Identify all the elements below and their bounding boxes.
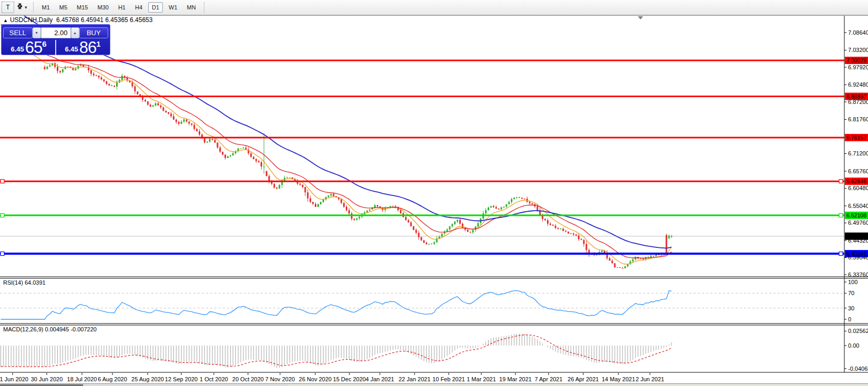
buy-price-sup: 1 [96, 39, 100, 48]
date-tick-label: 1 Oct 2020 [200, 376, 228, 382]
svg-text:-0.040687: -0.040687 [848, 366, 868, 372]
date-tick-label: 14 May 2021 [602, 376, 635, 382]
chart-title: ▲USDCNH,Daily 6.45768 6.45941 6.45365 6.… [3, 16, 152, 24]
one-click-trading-panel: SELL ▾ 2.00 ▴ BUY 6.45656 6.45861 [1, 24, 110, 55]
price-tick-label: 6.44320 [848, 237, 868, 244]
svg-text:6.76157: 6.76157 [846, 134, 866, 141]
sell-price-small: 6.45 [11, 45, 24, 53]
chart-title-text: USDCNH,Daily 6.45768 6.45941 6.45365 6.4… [10, 16, 153, 24]
line-handle[interactable] [839, 180, 843, 183]
price-tick-label: 7.08640 [848, 29, 868, 36]
volume-stepper: ▾ 2.00 ▴ [33, 27, 79, 38]
sell-price[interactable]: 6.45656 [2, 39, 55, 56]
line-handle[interactable] [839, 214, 843, 217]
sell-button[interactable]: SELL [3, 27, 33, 38]
date-tick-label: 2 Jun 2021 [636, 376, 664, 382]
line-handle[interactable] [1, 214, 4, 217]
toolbar-separator [204, 2, 205, 13]
timeframe-button-h1[interactable]: H1 [115, 2, 129, 13]
volume-increase-button[interactable]: ▴ [71, 27, 79, 38]
toolbar: T ▾ M1M5M15M30H1H4D1W1MN [0, 0, 868, 15]
volume-decrease-button[interactable]: ▾ [33, 27, 41, 38]
svg-text:6.62646: 6.62646 [846, 178, 866, 184]
svg-text:30: 30 [848, 305, 854, 311]
macd-label: MACD(12,26,9) 0.004945 -0.007220 [3, 326, 97, 332]
h-scrollbar-thumb[interactable] [0, 384, 83, 386]
collapse-chart-icon[interactable]: ▲ [3, 18, 8, 23]
svg-text:0.00: 0.00 [848, 342, 859, 349]
price-tick-label: 6.55040 [848, 203, 868, 209]
date-tick-label: 6 Aug 2020 [98, 376, 127, 382]
timeframe-button-h4[interactable]: H4 [131, 2, 146, 13]
buy-price-small: 6.45 [65, 45, 78, 53]
rsi-label: RSI(14) 64.0391 [3, 279, 46, 286]
price-tick-label: 6.65760 [848, 168, 868, 174]
svg-text:0: 0 [848, 316, 851, 322]
date-tick-label: 26 Nov 2020 [299, 376, 332, 382]
price-tick-label: 6.71200 [848, 150, 868, 157]
date-tick-label: 25 Aug 2020 [131, 376, 164, 382]
line-handle[interactable] [1, 252, 4, 256]
price-tick-label: 6.60480 [848, 185, 868, 191]
svg-text:0.025623: 0.025623 [848, 328, 868, 334]
price-tick-label: 6.49760 [848, 220, 868, 226]
sell-price-big: 65 [25, 40, 42, 55]
timeframe-button-m30[interactable]: M30 [94, 2, 112, 13]
timeframe-button-mn[interactable]: MN [183, 2, 200, 13]
timeframe-buttons: M1M5M15M30H1H4D1W1MN [37, 2, 201, 13]
line-handle[interactable] [839, 252, 843, 256]
date-tick-label: 4 Jan 2021 [366, 376, 394, 382]
svg-text:6.52108: 6.52108 [846, 212, 866, 218]
date-tick-label: 22 Jan 2021 [399, 376, 431, 382]
date-tick-label: 1 Mar 2021 [467, 376, 496, 382]
buy-button[interactable]: BUY [79, 27, 109, 38]
date-tick-label: 7 Apr 2021 [534, 376, 562, 382]
sell-price-sup: 6 [42, 39, 46, 48]
price-tick-label: 6.87200 [848, 99, 868, 105]
date-tick-label: 11 Jun 2020 [0, 376, 28, 382]
svg-text:70: 70 [848, 290, 854, 296]
timeframe-button-m1[interactable]: M1 [38, 2, 54, 13]
date-tick-label: 15 Dec 2020 [333, 376, 366, 382]
timeframe-button-m15[interactable]: M15 [73, 2, 91, 13]
svg-text:100: 100 [848, 279, 857, 285]
date-tick-label: 10 Feb 2021 [432, 376, 465, 382]
timeframe-button-d1[interactable]: D1 [148, 2, 163, 13]
date-tick-label: 26 Apr 2021 [567, 376, 598, 382]
timeframe-button-w1[interactable]: W1 [165, 2, 181, 13]
mt4-terminal: T ▾ M1M5M15M30H1H4D1W1MN 6.456537.000296… [0, 0, 868, 386]
date-tick-label: 7 Nov 2020 [265, 376, 295, 382]
price-tick-label: 6.39040 [848, 254, 868, 260]
price-tick-label: 6.81760 [848, 116, 868, 122]
timeframe-button-m5[interactable]: M5 [56, 2, 71, 13]
volume-input[interactable]: 2.00 [41, 27, 71, 38]
date-tick-label: 20 Oct 2020 [232, 376, 264, 382]
caret-down-icon: ▾ [25, 5, 27, 10]
text-tool-button[interactable]: T [2, 2, 14, 13]
date-tick-label: 19 Mar 2021 [499, 376, 532, 382]
date-tick-label: 18 Jul 2020 [67, 376, 97, 382]
svg-text:7.00029: 7.00029 [846, 57, 866, 64]
date-tick-label: 12 Sep 2020 [165, 376, 198, 382]
date-tick-label: 30 Jun 2020 [31, 376, 63, 382]
pointer-mode-icon [17, 3, 24, 12]
price-tick-label: 7.03200 [848, 47, 868, 53]
toolbar-separator [33, 2, 34, 13]
line-handle[interactable] [1, 180, 4, 183]
pointer-mode-button[interactable]: ▾ [15, 2, 29, 13]
buy-price-big: 86 [79, 40, 96, 55]
price-tick-label: 6.97920 [848, 64, 868, 70]
price-tick-label: 6.92480 [848, 81, 868, 88]
buy-price[interactable]: 6.45861 [56, 39, 109, 56]
price-chart[interactable]: 6.456537.000296.888976.761576.626466.521… [0, 0, 868, 386]
